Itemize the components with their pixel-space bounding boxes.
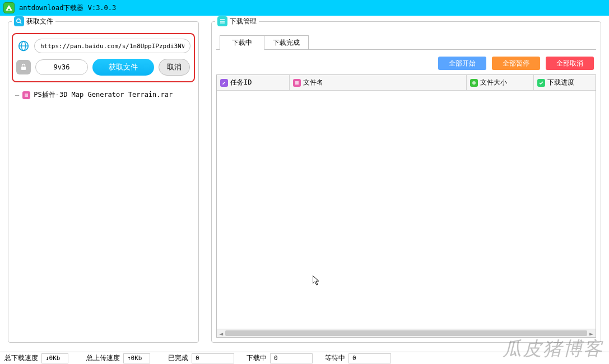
fetch-file-panel: 获取文件 获取文件 取消 — PS插件-3D (8, 21, 199, 343)
svg-point-1 (17, 19, 20, 22)
disk-icon (470, 79, 478, 87)
svg-rect-7 (25, 94, 28, 97)
svg-rect-6 (21, 67, 26, 70)
dl-speed-value: ↓0Kb (41, 353, 68, 363)
waiting-label: 等待中 (325, 353, 345, 363)
svg-rect-0 (8, 9, 10, 11)
table-header: 任务ID 文件名 文件大小 下载进度 (217, 75, 596, 91)
lock-icon (16, 60, 31, 74)
check-icon (537, 79, 545, 87)
tab-completed[interactable]: 下载完成 (264, 35, 309, 50)
col-file-size[interactable]: 文件大小 (467, 75, 534, 90)
title-bar: antdownload下载器 V:3.0.3 (0, 0, 609, 16)
file-icon (22, 91, 30, 99)
code-input[interactable] (35, 59, 88, 75)
downloading-label: 下载中 (247, 353, 267, 363)
svg-point-12 (472, 81, 476, 85)
file-tree-item[interactable]: — PS插件-3D Map Generator Terrain.rar (8, 87, 198, 103)
col-progress[interactable]: 下载进度 (534, 75, 596, 90)
download-panel-title: 下载管理 (230, 17, 257, 26)
file-tree-label: PS插件-3D Map Generator Terrain.rar (34, 90, 173, 100)
list-icon (217, 16, 227, 26)
doc-icon (293, 79, 301, 87)
cancel-button[interactable]: 取消 (159, 59, 190, 76)
ul-speed-label: 总上传速度 (86, 353, 120, 363)
done-label: 已完成 (168, 353, 188, 363)
tab-downloading[interactable]: 下载中 (220, 35, 264, 50)
fetch-panel-header: 获取文件 (12, 16, 55, 26)
fetch-button[interactable]: 获取文件 (92, 59, 154, 76)
svg-line-2 (20, 22, 22, 24)
search-icon (14, 16, 24, 26)
scroll-thumb[interactable] (225, 330, 587, 336)
action-buttons: 全部开始 全部暂停 全部取消 (216, 50, 596, 74)
window-title: antdownload下载器 V:3.0.3 (19, 3, 116, 13)
table-body (217, 91, 596, 329)
url-input[interactable] (34, 39, 190, 53)
edit-icon (220, 79, 228, 87)
done-value: 0 (192, 353, 234, 363)
globe-icon (16, 39, 31, 53)
app-icon (3, 2, 15, 13)
ul-speed-value: ↑0Kb (123, 353, 150, 363)
horizontal-scrollbar[interactable]: ◄ ► (217, 329, 596, 337)
fetch-panel-title: 获取文件 (26, 17, 53, 26)
cancel-all-button[interactable]: 全部取消 (546, 57, 594, 70)
start-all-button[interactable]: 全部开始 (438, 57, 486, 70)
download-table: 任务ID 文件名 文件大小 下载进度 ◄ ► (216, 74, 596, 338)
status-bar: 总下载速度 ↓0Kb 总上传速度 ↑0Kb 已完成 0 下载中 0 等待中 0 (0, 352, 609, 364)
tree-branch-icon: — (15, 91, 19, 99)
scroll-left-arrow[interactable]: ◄ (217, 329, 225, 338)
tabs-row: 下载中 下载完成 (216, 35, 596, 50)
download-manager-panel: 下载管理 下载中 下载完成 全部开始 全部暂停 全部取消 任务ID 文件名 (211, 21, 601, 343)
col-task-id[interactable]: 任务ID (217, 75, 290, 90)
dl-speed-label: 总下载速度 (4, 353, 38, 363)
svg-rect-11 (295, 81, 299, 85)
scroll-right-arrow[interactable]: ► (587, 329, 596, 338)
downloading-value: 0 (270, 353, 313, 363)
waiting-value: 0 (348, 353, 391, 363)
col-file-name[interactable]: 文件名 (290, 75, 467, 90)
input-highlight-box: 获取文件 取消 (12, 33, 195, 82)
download-panel-header: 下载管理 (215, 16, 259, 26)
pause-all-button[interactable]: 全部暂停 (492, 57, 540, 70)
